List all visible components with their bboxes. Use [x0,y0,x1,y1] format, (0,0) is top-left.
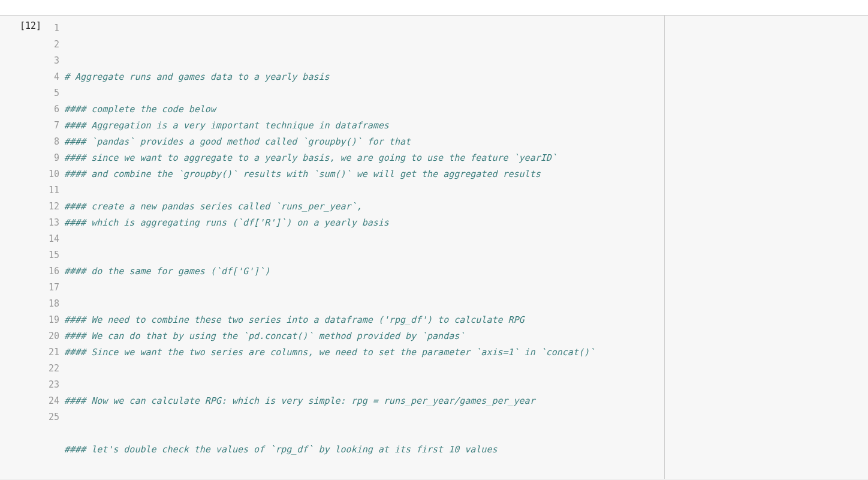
line-number: 5 [45,85,59,101]
comment: #### Aggregation is a very important tec… [64,120,389,131]
code-line[interactable]: #### since we want to aggregate to a yea… [64,150,868,166]
line-number: 25 [45,409,59,425]
line-number: 12 [45,199,59,215]
code-line[interactable]: #### create a new pandas series called `… [64,199,868,215]
comment: #### Since we want the two series are co… [64,347,595,358]
line-number: 8 [45,134,59,150]
line-number: 2 [45,37,59,53]
line-number: 18 [45,296,59,312]
code-line[interactable]: #### Since we want the two series are co… [64,344,868,361]
code-line[interactable]: #### let's double check the values of `r… [64,442,868,458]
code-line[interactable]: #### Aggregation is a very important tec… [64,118,868,134]
code-line[interactable] [64,425,868,442]
code-line[interactable] [64,85,868,101]
code-line[interactable] [64,296,868,312]
line-number: 24 [45,393,59,409]
code-line[interactable] [64,247,868,263]
code-line[interactable] [64,182,868,199]
line-number: 15 [45,247,59,263]
comment: #### which is aggregating runs (`df['R']… [64,217,389,228]
line-number: 9 [45,150,59,166]
comment: #### We need to combine these two series… [64,314,525,325]
code-line[interactable]: # Aggregate runs and games data to a yea… [64,69,868,85]
comment: #### Now we can calculate RPG: which is … [64,395,535,406]
code-line[interactable]: #### complete the code below [64,101,868,118]
line-number: 13 [45,215,59,231]
line-number: 4 [45,69,59,85]
code-line[interactable]: #### We need to combine these two series… [64,312,868,328]
code-line[interactable] [64,361,868,377]
line-number: 11 [45,182,59,199]
line-number: 20 [45,328,59,344]
code-line[interactable]: #### do the same for games (`df['G']`) [64,263,868,280]
comment: #### and combine the `groupby()` results… [64,169,541,179]
line-number: 14 [45,231,59,247]
line-number: 3 [45,53,59,69]
line-number: 23 [45,377,59,393]
comment: #### complete the code below [64,104,216,115]
code-line[interactable] [64,231,868,247]
line-number-gutter: 1234567891011121314151617181920212223242… [45,16,62,479]
code-editor[interactable]: # Aggregate runs and games data to a yea… [62,16,868,479]
line-number: 17 [45,280,59,296]
code-line[interactable] [64,377,868,393]
line-number: 10 [45,166,59,182]
comment: #### We can do that by using the `pd.con… [64,331,465,341]
comment: #### do the same for games (`df['G']`) [64,266,270,277]
comment: #### let's double check the values of `r… [64,444,497,455]
line-number: 21 [45,344,59,361]
code-line[interactable]: #### We can do that by using the `pd.con… [64,328,868,344]
code-line[interactable]: #### `pandas` provides a good method cal… [64,134,868,150]
code-cell: [12] 12345678910111213141516171819202122… [0,15,868,479]
code-line[interactable]: #### Now we can calculate RPG: which is … [64,393,868,409]
comment: #### since we want to aggregate to a yea… [64,152,557,163]
code-line[interactable]: #### and combine the `groupby()` results… [64,166,868,182]
code-line[interactable] [64,458,868,474]
ruler-line [664,16,665,479]
execution-count: [12] [0,16,45,479]
line-number: 1 [45,20,59,37]
code-line[interactable]: #### which is aggregating runs (`df['R']… [64,215,868,231]
code-line[interactable] [64,280,868,296]
code-line[interactable] [64,409,868,425]
line-number: 16 [45,263,59,280]
line-number: 19 [45,312,59,328]
line-number: 7 [45,118,59,134]
comment: #### create a new pandas series called `… [64,201,362,212]
comment: #### `pandas` provides a good method cal… [64,136,411,147]
line-number: 6 [45,101,59,118]
comment: # Aggregate runs and games data to a yea… [64,71,330,82]
line-number: 22 [45,361,59,377]
